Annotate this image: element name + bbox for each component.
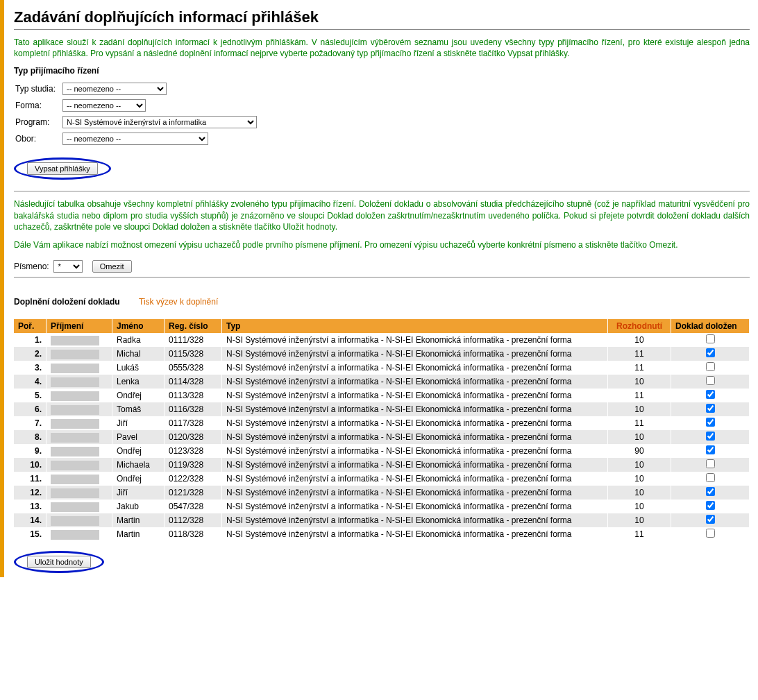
cell-typ: N-SI Systémové inženýrství a informatika… bbox=[222, 361, 608, 375]
cell-rozhodnuti: 10 bbox=[608, 430, 671, 444]
typ-studia-select[interactable]: -- neomezeno -- bbox=[62, 83, 167, 95]
ulozit-hodnoty-button[interactable]: Uložit hodnoty bbox=[27, 556, 91, 568]
doklad-checkbox[interactable] bbox=[706, 459, 715, 468]
table-row: 11.Ondřej0122/328N-SI Systémové inženýrs… bbox=[14, 472, 750, 486]
doklad-checkbox[interactable] bbox=[706, 529, 715, 538]
cell-typ: N-SI Systémové inženýrství a informatika… bbox=[222, 458, 608, 472]
cell-typ: N-SI Systémové inženýrství a informatika… bbox=[222, 527, 608, 541]
table-row: 1.Radka0111/328N-SI Systémové inženýrstv… bbox=[14, 333, 750, 347]
cell-rozhodnuti: 10 bbox=[608, 500, 671, 513]
doklad-checkbox[interactable] bbox=[706, 390, 715, 399]
redacted-surname bbox=[51, 447, 99, 456]
doklad-checkbox[interactable] bbox=[706, 334, 715, 343]
pismeno-select[interactable]: * bbox=[53, 260, 83, 273]
cell-doklad bbox=[671, 513, 750, 527]
cell-prijmeni bbox=[47, 527, 112, 541]
redacted-surname bbox=[51, 461, 99, 470]
omezit-button[interactable]: Omezit bbox=[92, 260, 132, 273]
cell-doklad bbox=[671, 416, 750, 430]
doklad-checkbox[interactable] bbox=[706, 501, 715, 510]
doklad-checkbox[interactable] bbox=[706, 473, 715, 482]
doklad-checkbox[interactable] bbox=[706, 348, 715, 357]
applications-table: Poř. Příjmení Jméno Reg. číslo Typ Rozho… bbox=[14, 319, 750, 541]
cell-rozhodnuti: 10 bbox=[608, 375, 671, 389]
program-label: Program: bbox=[15, 114, 61, 130]
tab-doplneni[interactable]: Doplnění doložení dokladu bbox=[14, 297, 120, 307]
cell-prijmeni bbox=[47, 513, 112, 527]
program-select[interactable]: N-SI Systémové inženýrství a informatika bbox=[62, 116, 257, 128]
cell-por: 3. bbox=[14, 361, 47, 375]
table-description-1: Následující tabulka obsahuje všechny kom… bbox=[14, 198, 750, 232]
doklad-checkbox[interactable] bbox=[706, 515, 715, 524]
table-row: 14.Martin0112/328N-SI Systémové inženýrs… bbox=[14, 513, 750, 527]
cell-reg: 0122/328 bbox=[165, 472, 222, 486]
forma-select[interactable]: -- neomezeno -- bbox=[62, 99, 146, 112]
cell-doklad bbox=[671, 527, 750, 541]
intro-paragraph: Tato aplikace slouží k zadání doplňující… bbox=[14, 37, 750, 59]
cell-rozhodnuti: 10 bbox=[608, 458, 671, 472]
vypsat-highlight: Vypsat přihlášky bbox=[14, 157, 111, 180]
cell-reg: 0118/328 bbox=[165, 527, 222, 541]
filter-form: Typ studia: -- neomezeno -- Forma: -- ne… bbox=[14, 80, 264, 148]
cell-doklad bbox=[671, 472, 750, 486]
cell-reg: 0123/328 bbox=[165, 444, 222, 458]
th-reg: Reg. číslo bbox=[165, 319, 222, 333]
cell-typ: N-SI Systémové inženýrství a informatika… bbox=[222, 513, 608, 527]
redacted-surname bbox=[51, 502, 99, 512]
forma-label: Forma: bbox=[15, 98, 61, 113]
cell-por: 6. bbox=[14, 402, 47, 416]
cell-typ: N-SI Systémové inženýrství a informatika… bbox=[222, 389, 608, 402]
table-row: 7.Jiří0117/328N-SI Systémové inženýrství… bbox=[14, 416, 750, 430]
cell-doklad bbox=[671, 375, 750, 389]
cell-doklad bbox=[671, 361, 750, 375]
doklad-checkbox[interactable] bbox=[706, 376, 715, 385]
doklad-checkbox[interactable] bbox=[706, 418, 715, 427]
cell-jmeno: Ondřej bbox=[112, 472, 165, 486]
cell-reg: 0114/328 bbox=[165, 375, 222, 389]
cell-jmeno: Ondřej bbox=[112, 389, 165, 402]
cell-jmeno: Jiří bbox=[112, 416, 165, 430]
cell-doklad bbox=[671, 430, 750, 444]
cell-prijmeni bbox=[47, 458, 112, 472]
cell-reg: 0111/328 bbox=[165, 333, 222, 347]
obor-label: Obor: bbox=[15, 131, 61, 146]
cell-typ: N-SI Systémové inženýrství a informatika… bbox=[222, 375, 608, 389]
cell-typ: N-SI Systémové inženýrství a informatika… bbox=[222, 347, 608, 361]
table-row: 12.Jiří0121/328N-SI Systémové inženýrstv… bbox=[14, 486, 750, 500]
doklad-checkbox[interactable] bbox=[706, 445, 715, 454]
cell-doklad bbox=[671, 402, 750, 416]
doklad-checkbox[interactable] bbox=[706, 404, 715, 413]
typ-studia-label: Typ studia: bbox=[15, 81, 61, 96]
table-row: 13.Jakub0547/328N-SI Systémové inženýrst… bbox=[14, 500, 750, 513]
cell-reg: 0117/328 bbox=[165, 416, 222, 430]
vypsat-prihlasky-button[interactable]: Vypsat přihlášky bbox=[27, 162, 98, 175]
cell-prijmeni bbox=[47, 430, 112, 444]
cell-por: 10. bbox=[14, 458, 47, 472]
cell-jmeno: Lukáš bbox=[112, 361, 165, 375]
cell-jmeno: Michaela bbox=[112, 458, 165, 472]
obor-select[interactable]: -- neomezeno -- bbox=[62, 133, 208, 145]
table-row: 4.Lenka0114/328N-SI Systémové inženýrstv… bbox=[14, 375, 750, 389]
cell-rozhodnuti: 90 bbox=[608, 444, 671, 458]
cell-por: 1. bbox=[14, 333, 47, 347]
table-row: 15.Martin0118/328N-SI Systémové inženýrs… bbox=[14, 527, 750, 541]
redacted-surname bbox=[51, 391, 99, 401]
table-row: 5.Ondřej0113/328N-SI Systémové inženýrst… bbox=[14, 389, 750, 402]
cell-rozhodnuti: 10 bbox=[608, 486, 671, 500]
doklad-checkbox[interactable] bbox=[706, 487, 715, 496]
divider bbox=[14, 191, 750, 191]
cell-doklad bbox=[671, 347, 750, 361]
th-por: Poř. bbox=[14, 319, 47, 333]
doklad-checkbox[interactable] bbox=[706, 432, 715, 441]
cell-prijmeni bbox=[47, 375, 112, 389]
cell-typ: N-SI Systémové inženýrství a informatika… bbox=[222, 333, 608, 347]
redacted-surname bbox=[51, 488, 99, 498]
doklad-checkbox[interactable] bbox=[706, 362, 715, 371]
redacted-surname bbox=[51, 419, 99, 429]
redacted-surname bbox=[51, 377, 99, 387]
cell-rozhodnuti: 10 bbox=[608, 333, 671, 347]
cell-prijmeni bbox=[47, 361, 112, 375]
th-rozhodnuti[interactable]: Rozhodnutí bbox=[608, 319, 671, 333]
cell-por: 14. bbox=[14, 513, 47, 527]
tab-tisk-vyzev[interactable]: Tisk výzev k doplnění bbox=[139, 297, 218, 307]
